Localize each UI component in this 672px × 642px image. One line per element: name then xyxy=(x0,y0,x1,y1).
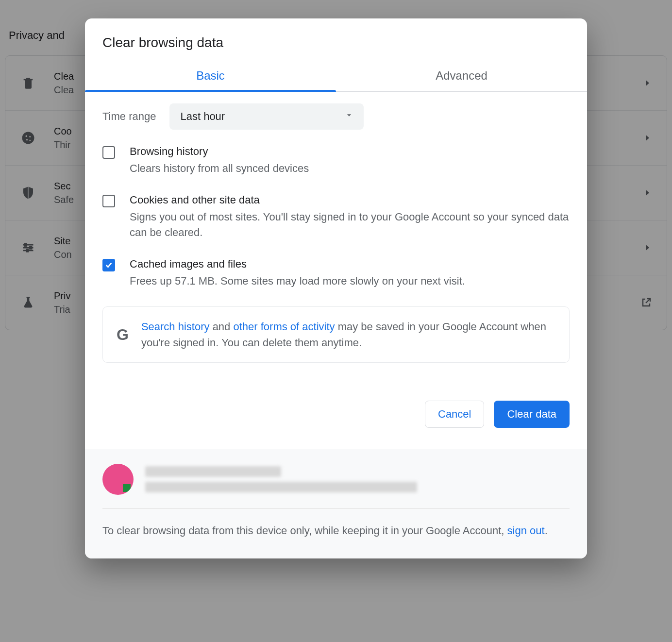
option-cache: Cached images and files Frees up 57.1 MB… xyxy=(102,258,570,289)
note-text: Search history and other forms of activi… xyxy=(141,319,555,351)
avatar xyxy=(102,464,134,495)
option-title: Cached images and files xyxy=(130,258,570,270)
checkbox-cookies[interactable] xyxy=(102,195,115,207)
option-cookies: Cookies and other site data Signs you ou… xyxy=(102,194,570,240)
clear-browsing-data-dialog: Clear browsing data Basic Advanced Time … xyxy=(85,18,587,558)
redacted-profile-text xyxy=(145,466,570,492)
tab-basic[interactable]: Basic xyxy=(85,62,336,91)
google-logo-icon: G xyxy=(117,327,129,342)
option-subtitle: Signs you out of most sites. You'll stay… xyxy=(130,209,570,240)
option-title: Browsing history xyxy=(130,145,570,158)
dialog-footer: To clear browsing data from this device … xyxy=(85,449,587,558)
tab-advanced[interactable]: Advanced xyxy=(336,62,587,91)
dialog-title: Clear browsing data xyxy=(85,18,587,62)
google-account-note: G Search history and other forms of acti… xyxy=(102,306,570,363)
time-range-value: Last hour xyxy=(180,110,225,123)
chevron-down-icon xyxy=(344,110,354,123)
option-browsing-history: Browsing history Clears history from all… xyxy=(102,145,570,176)
signed-in-profile xyxy=(102,464,570,509)
link-search-history[interactable]: Search history xyxy=(141,321,210,333)
footer-text: To clear browsing data from this device … xyxy=(102,523,570,539)
option-subtitle: Clears history from all synced devices xyxy=(130,161,570,176)
cancel-button[interactable]: Cancel xyxy=(425,401,484,428)
option-title: Cookies and other site data xyxy=(130,194,570,206)
time-range-select[interactable]: Last hour xyxy=(169,103,364,130)
checkbox-cache[interactable] xyxy=(102,259,115,271)
dialog-tabs: Basic Advanced xyxy=(85,62,587,92)
link-other-activity[interactable]: other forms of activity xyxy=(233,321,335,333)
time-range-label: Time range xyxy=(102,110,156,123)
clear-data-button[interactable]: Clear data xyxy=(494,401,570,428)
link-sign-out[interactable]: sign out xyxy=(507,524,545,537)
option-subtitle: Frees up 57.1 MB. Some sites may load mo… xyxy=(130,273,570,289)
checkbox-browsing-history[interactable] xyxy=(102,146,115,159)
